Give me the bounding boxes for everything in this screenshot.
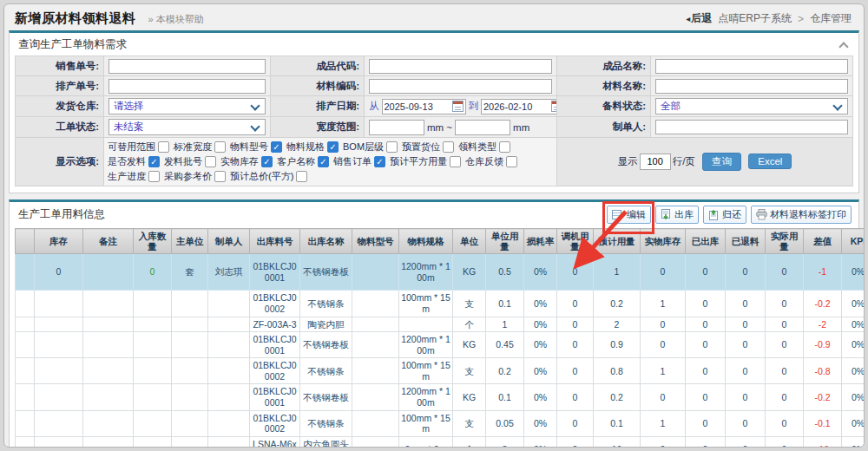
checkbox-unchecked[interactable] [450, 156, 461, 167]
column-header: 物料规格 [399, 229, 453, 254]
display-option: 销售订单✓ [333, 155, 385, 168]
material-code-input[interactable] [369, 79, 552, 94]
excel-button[interactable]: Excel [748, 154, 792, 169]
table-cell: 2 [594, 317, 641, 332]
table-cell: 1 [486, 317, 524, 332]
display-option: 可替用范围 [108, 141, 169, 154]
checkbox-unchecked[interactable] [499, 141, 510, 153]
checkbox-checked[interactable]: ✓ [374, 156, 385, 167]
table-cell: 0% [524, 358, 557, 384]
collapse-panel-icon[interactable] [838, 41, 850, 49]
checkbox-checked[interactable]: ✓ [318, 156, 329, 167]
table-cell: 0.8 [594, 358, 641, 384]
column-header: 入库数量 [134, 229, 172, 254]
table-cell [172, 358, 208, 384]
width-max-input[interactable] [455, 120, 510, 135]
product-name-input[interactable] [655, 59, 848, 74]
checkbox-unchecked[interactable] [386, 141, 398, 153]
table-cell: 个 [453, 317, 486, 332]
checkbox-unchecked[interactable] [443, 141, 454, 153]
query-actions: 显示行/页 查询 Excel [557, 138, 853, 186]
display-option: 发料批号 [164, 155, 216, 168]
row-selector-cell [16, 254, 35, 291]
materials-panel-title: 生产工单用料信息 [18, 207, 105, 222]
table-cell [83, 436, 134, 448]
checkbox-unchecked[interactable] [214, 141, 226, 153]
column-header: 预计用量 [594, 229, 641, 254]
checkbox-unchecked[interactable] [296, 171, 307, 182]
table-cell: 0 [557, 332, 594, 358]
table-cell: 0 [686, 291, 726, 317]
outbound-icon [661, 209, 672, 220]
display-option-label: 物料型号 [230, 141, 268, 154]
table-row[interactable]: 01BKLCJ00002不锈钢条100mm * 15m支0.10%00.2100… [16, 291, 865, 317]
checkbox-checked[interactable]: ✓ [327, 141, 339, 153]
date-from-input[interactable] [385, 101, 450, 112]
breadcrumb-app[interactable]: 点晴ERP子系统 [718, 11, 792, 26]
table-cell: 0% [842, 384, 865, 410]
table-cell: 0 [686, 358, 726, 384]
material-name-input[interactable] [655, 79, 848, 94]
checkbox-checked[interactable]: ✓ [271, 141, 282, 153]
display-option: 物料规格✓ [286, 141, 339, 154]
plan-order-input[interactable] [108, 79, 266, 94]
prep-status-select[interactable]: 全部 [655, 98, 848, 114]
module-help-link[interactable]: » 本模块帮助 [148, 13, 204, 26]
query-button[interactable]: 查询 [702, 153, 741, 171]
table-cell [172, 291, 208, 317]
row-selector-cell [16, 332, 35, 358]
checkbox-checked[interactable]: ✓ [261, 156, 273, 167]
edit-button[interactable]: 编辑 [607, 206, 651, 224]
table-cell: 8 [486, 436, 524, 448]
table-row[interactable]: ZF-003A-3陶瓷内胆个10%020000-20% [16, 317, 865, 332]
table-row[interactable]: 01BKLCJ00001不锈钢卷板1200mm * 100mKG0.450%00… [16, 332, 865, 358]
table-cell: 0 [686, 410, 726, 436]
warehouse-select[interactable]: 请选择 [108, 98, 266, 114]
checkbox-unchecked[interactable] [158, 141, 169, 153]
width-min-input[interactable] [369, 120, 424, 135]
table-row[interactable]: 00套刘志琪01BKLCJ00001不锈钢卷板1200mm * 100mKG0.… [16, 254, 865, 291]
display-option-label: 仓库反馈 [465, 155, 503, 168]
calendar-icon[interactable] [452, 101, 464, 112]
rows-per-page-input[interactable] [640, 154, 671, 170]
column-header: 主单位 [172, 229, 208, 254]
maker-input[interactable] [655, 120, 848, 134]
calendar-icon[interactable] [551, 101, 557, 112]
table-cell: 16 [594, 436, 641, 448]
table-cell: 支 [453, 358, 486, 384]
table-row[interactable]: 01BKLCJ00002不锈钢条100mm * 15m支0.20%00.8100… [16, 358, 865, 384]
checkbox-unchecked[interactable] [148, 171, 160, 182]
product-code-input[interactable] [369, 59, 552, 74]
column-header: 单位 [453, 229, 486, 254]
sales-order-input[interactable] [108, 59, 266, 74]
table-cell [208, 436, 250, 448]
query-panel-title: 查询生产工单物料需求 [18, 37, 127, 52]
table-cell: 01BKLCJ00002 [250, 410, 300, 436]
table-cell: 0 [686, 436, 726, 448]
checkbox-unchecked[interactable] [205, 156, 216, 167]
width-unit-separator: mm ~ [427, 122, 452, 133]
print-return-label-button[interactable]: 材料退料标签打印 [751, 206, 852, 224]
table-row[interactable]: LSNA-M6x10内六角圆头螺丝0mm * 0m个80%0160000-160… [16, 436, 865, 448]
outbound-button[interactable]: 出库 [655, 206, 699, 224]
back-link[interactable]: ◂后退 [686, 11, 712, 26]
table-cell: 100mm * 15m [399, 410, 453, 436]
table-row[interactable]: 01BKLCJ00002不锈钢条100mm * 15m支0.050%00.110… [16, 410, 865, 436]
table-cell: 0 [726, 436, 766, 448]
table-cell: 1 [641, 291, 686, 317]
display-option: 领料类型 [458, 141, 510, 154]
table-cell [172, 317, 208, 332]
table-cell: 0 [557, 291, 594, 317]
order-status-select[interactable]: 未结案 [108, 119, 266, 135]
table-cell: 0% [842, 358, 865, 384]
table-row[interactable]: 01BKLCJ00001不锈钢卷板1200mm * 100mKG0.10%00.… [16, 384, 865, 410]
plan-date-label: 排产日期: [271, 96, 365, 117]
checkbox-unchecked[interactable] [506, 156, 517, 167]
checkbox-checked[interactable]: ✓ [148, 156, 160, 167]
return-button[interactable]: 归还 [703, 206, 746, 224]
table-cell [134, 358, 172, 384]
breadcrumb-section[interactable]: 仓库管理 [810, 11, 852, 26]
date-to-input[interactable] [483, 101, 549, 112]
maker-label: 制单人: [557, 117, 651, 138]
checkbox-unchecked[interactable] [214, 171, 226, 182]
